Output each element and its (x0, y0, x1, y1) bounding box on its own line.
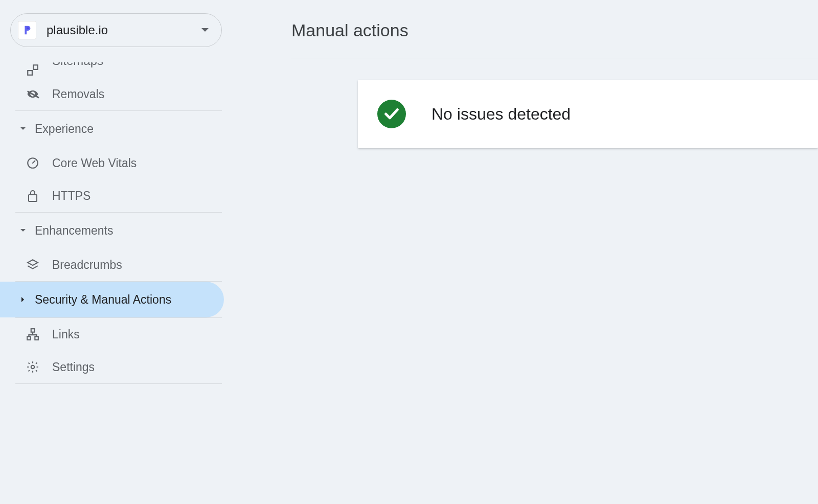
sidebar-item-settings[interactable]: Settings (0, 351, 235, 383)
sidebar-section-label: Security & Manual Actions (35, 293, 171, 307)
svg-rect-7 (35, 336, 38, 340)
sidebar-section-label: Experience (35, 122, 94, 136)
sidebar-item-https[interactable]: HTTPS (0, 179, 235, 212)
svg-rect-4 (29, 195, 37, 201)
speed-icon (26, 156, 40, 170)
property-selector[interactable]: plausible.io (10, 13, 222, 47)
sidebar-section-enhancements[interactable]: Enhancements (0, 213, 235, 248)
checkmark-icon (377, 100, 406, 128)
sidebar-item-breadcrumbs[interactable]: Breadcrumbs (0, 248, 235, 281)
status-card: No issues detected (358, 80, 818, 148)
lock-icon (26, 189, 40, 203)
svg-rect-5 (31, 329, 35, 332)
sidebar-item-label: HTTPS (52, 189, 90, 203)
sidebar-section-experience[interactable]: Experience (0, 111, 235, 147)
page-title: Manual actions (291, 20, 818, 58)
divider (15, 383, 222, 384)
sidebar-section-label: Enhancements (35, 224, 113, 238)
sidebar-item-core-web-vitals[interactable]: Core Web Vitals (0, 147, 235, 179)
sidebar-item-label: Links (52, 328, 80, 341)
sidebar-item-removals[interactable]: Removals (0, 78, 235, 110)
sidebar-item-label: Settings (52, 360, 95, 374)
sidebar-item-label: Sitemaps (52, 62, 103, 68)
sidebar-section-security[interactable]: Security & Manual Actions (0, 282, 224, 317)
svg-rect-1 (33, 65, 38, 70)
gear-icon (26, 360, 40, 374)
svg-point-8 (31, 365, 35, 369)
chevron-down-icon (19, 127, 27, 131)
svg-rect-6 (27, 336, 31, 340)
layers-icon (26, 258, 40, 272)
favicon-icon (18, 21, 36, 39)
chevron-down-icon (19, 228, 27, 233)
sidebar-item-links[interactable]: Links (0, 318, 235, 351)
sidebar-item-label: Core Web Vitals (52, 156, 137, 170)
svg-rect-0 (28, 71, 32, 75)
property-name: plausible.io (47, 23, 201, 37)
sidebar-item-label: Breadcrumbs (52, 258, 122, 272)
sidebar-item-label: Removals (52, 87, 104, 101)
sidebar: plausible.io Sitemaps Removals Experienc… (0, 0, 235, 504)
main-content: Manual actions No issues detected (235, 0, 818, 504)
status-message: No issues detected (431, 105, 571, 124)
sidebar-item-sitemaps[interactable]: Sitemaps (0, 62, 235, 78)
sitemap-tree-icon (26, 327, 40, 341)
chevron-down-icon (201, 28, 209, 33)
divider (291, 58, 818, 58)
sitemap-icon (26, 63, 40, 77)
chevron-right-icon (19, 296, 27, 303)
visibility-off-icon (26, 87, 40, 101)
